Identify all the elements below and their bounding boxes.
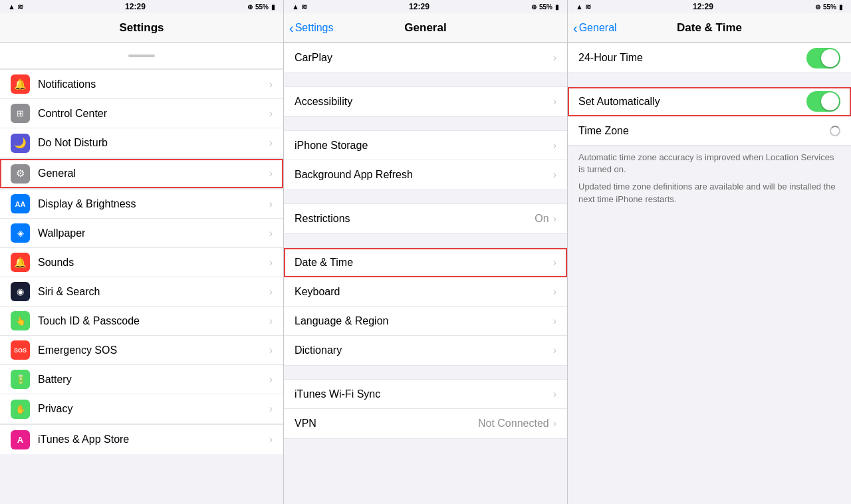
dictionary-chevron: › — [553, 344, 556, 356]
sos-icon: SOS — [11, 340, 30, 360]
restrictions-value: On — [535, 213, 548, 225]
battery-icon-1: ▮ — [271, 3, 275, 11]
24hour-toggle-knob — [821, 49, 839, 67]
settings-item-notifications[interactable]: 🔔 Notifications › — [0, 70, 283, 99]
display-chevron: › — [269, 198, 273, 210]
general-item-iphone-storage[interactable]: iPhone Storage › — [284, 131, 567, 160]
general-item-keyboard[interactable]: Keyboard › — [284, 277, 567, 307]
control-center-label: Control Center — [38, 108, 269, 120]
settings-item-sos[interactable]: SOS Emergency SOS › — [0, 336, 283, 365]
siri-icon-char: ◉ — [17, 287, 24, 297]
control-center-chevron: › — [269, 108, 273, 120]
vpn-value: Not Connected — [478, 418, 549, 430]
settings-item-dnd[interactable]: 🌙 Do Not Disturb › — [0, 128, 283, 158]
panel-general: ‹ Settings General CarPlay › Accessibili… — [284, 13, 568, 504]
general-item-accessibility[interactable]: Accessibility › — [284, 87, 567, 116]
general-item-bg-refresh[interactable]: Background App Refresh › — [284, 160, 567, 189]
status-icons-3: ⊕ 55% ▮ — [815, 3, 843, 11]
settings-item-itunes[interactable]: A iTunes & App Store › — [0, 425, 283, 454]
settings-item-sounds[interactable]: 🔔 Sounds › — [0, 248, 283, 277]
control-icon-char: ⊞ — [17, 108, 24, 118]
panel-datetime: ‹ General Date & Time 24-Hour Time Set A — [568, 13, 851, 504]
touchid-chevron: › — [269, 315, 273, 327]
touchid-icon: 👆 — [11, 311, 30, 330]
wallpaper-label: Wallpaper — [38, 227, 269, 239]
siri-chevron: › — [269, 286, 273, 298]
siri-label: Siri & Search — [38, 286, 269, 298]
settings-item-display[interactable]: AA Display & Brightness › — [0, 189, 283, 219]
settings-item-wallpaper[interactable]: ◈ Wallpaper › — [0, 219, 283, 248]
set-auto-toggle[interactable] — [806, 91, 840, 112]
itunes-chevron: › — [269, 434, 273, 445]
sounds-icon-char: 🔔 — [14, 257, 27, 269]
privacy-chevron: › — [269, 403, 273, 415]
datetime-section-2: Set Automatically Time Zone — [568, 86, 851, 146]
settings-item-battery[interactable]: 🔋 Battery › — [0, 365, 283, 394]
general-back-button[interactable]: ‹ Settings — [289, 21, 333, 35]
vpn-chevron: › — [553, 418, 556, 430]
general-icon: ⚙ — [11, 164, 30, 184]
general-item-language[interactable]: Language & Region › — [284, 307, 567, 336]
datetime-item-24hour[interactable]: 24-Hour Time — [568, 43, 851, 72]
general-icon-char: ⚙ — [16, 168, 25, 180]
status-bar-panel-1: ▲ ≋ 12:29 ⊕ 55% ▮ — [0, 0, 284, 13]
datetime-section-1: 24-Hour Time — [568, 43, 851, 73]
display-icon: AA — [11, 194, 30, 213]
timezone-label: Time Zone — [578, 125, 830, 137]
datetime-back-button[interactable]: ‹ General — [573, 21, 617, 35]
settings-list[interactable]: 🔔 Notifications › ⊞ Control Center › 🌙 — [0, 43, 283, 504]
notifications-icon: 🔔 — [11, 74, 30, 94]
dnd-chevron: › — [269, 137, 273, 149]
datetime-info-text-1: Automatic time zone accuracy is improved… — [578, 152, 840, 176]
general-chevron: › — [269, 168, 273, 180]
24hour-toggle[interactable] — [806, 48, 840, 68]
general-item-itunes-wifi[interactable]: iTunes Wi-Fi Sync › — [284, 380, 567, 409]
general-back-label: Settings — [295, 22, 334, 34]
status-time-1: 12:29 — [125, 2, 146, 11]
general-item-dictionary[interactable]: Dictionary › — [284, 336, 567, 365]
general-section-6: iTunes Wi-Fi Sync › VPN Not Connected › — [284, 379, 567, 439]
itunes-group: A iTunes & App Store › — [0, 424, 283, 454]
dnd-label: Do Not Disturb — [38, 137, 269, 149]
settings-item-control-center[interactable]: ⊞ Control Center › — [0, 99, 283, 128]
general-item-carplay[interactable]: CarPlay › — [284, 43, 567, 72]
settings-item-privacy[interactable]: ✋ Privacy › — [0, 394, 283, 424]
datetime-back-label: General — [579, 22, 617, 34]
settings-item-siri[interactable]: ◉ Siri & Search › — [0, 277, 283, 307]
settings-item-general[interactable]: ⚙ General › — [0, 159, 283, 188]
siri-icon: ◉ — [11, 282, 30, 301]
datetime-title: Date & Time — [677, 21, 742, 35]
restrictions-chevron: › — [553, 213, 556, 225]
general-section-2: Accessibility › — [284, 86, 567, 117]
itunes-wifi-chevron: › — [553, 388, 556, 400]
datetime-list[interactable]: 24-Hour Time Set Automatically Tim — [568, 43, 851, 504]
battery-label: Battery — [38, 374, 269, 386]
sos-label: Emergency SOS — [38, 344, 269, 356]
location-icon: ⊕ — [247, 3, 253, 11]
status-bar-panel-3: ▲ ≋ 12:29 ⊕ 55% ▮ — [568, 0, 851, 13]
iphone-storage-label: iPhone Storage — [295, 140, 553, 152]
signal-icon-3: ▲ ≋ — [576, 3, 591, 11]
general-item-vpn[interactable]: VPN Not Connected › — [284, 409, 567, 438]
separator-3 — [284, 190, 567, 203]
panels-container: Settings 🔔 Notifications › ⊞ — [0, 13, 851, 504]
separator-2 — [284, 117, 567, 130]
general-group: ⚙ General › — [0, 158, 283, 188]
sounds-chevron: › — [269, 257, 273, 269]
general-item-restrictions[interactable]: Restrictions On › — [284, 204, 567, 233]
sos-chevron: › — [269, 344, 273, 356]
wallpaper-chevron: › — [269, 227, 273, 239]
sounds-label: Sounds — [38, 257, 269, 269]
battery-1: 55% — [255, 3, 269, 11]
general-list[interactable]: CarPlay › Accessibility › iPhone Storage… — [284, 43, 567, 504]
general-section-4: Restrictions On › — [284, 203, 567, 234]
general-nav-bar: ‹ Settings General — [284, 13, 567, 43]
general-item-datetime[interactable]: Date & Time › — [284, 248, 567, 277]
status-icons-2: ⊕ 55% ▮ — [531, 3, 559, 11]
datetime-chevron: › — [553, 257, 556, 269]
datetime-item-timezone[interactable]: Time Zone — [568, 116, 851, 146]
datetime-item-set-auto[interactable]: Set Automatically — [568, 87, 851, 116]
settings-item-touchid[interactable]: 👆 Touch ID & Passcode › — [0, 307, 283, 336]
battery-icon-3: ▮ — [839, 3, 843, 11]
display-group: AA Display & Brightness › ◈ Wallpaper › … — [0, 189, 283, 424]
